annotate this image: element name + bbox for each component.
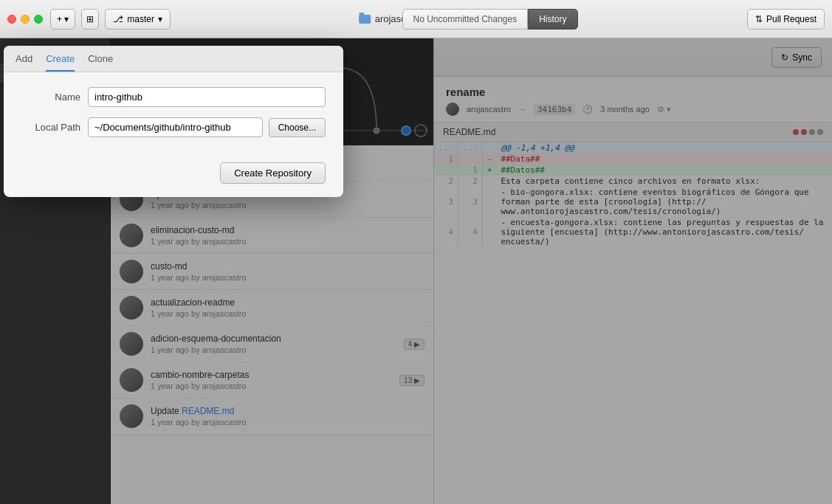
name-row: Name [21, 87, 326, 107]
pull-request-button[interactable]: ⇅ Pull Request [747, 9, 825, 30]
modal-tabs: Add Create Clone [4, 46, 343, 72]
toolbar-right: ⇅ Pull Request [747, 9, 825, 30]
modal-overlay[interactable]: Add Create Clone Name Local Path Choose.… [0, 38, 832, 504]
tab-add[interactable]: Add [16, 53, 32, 72]
history-button[interactable]: History [528, 9, 577, 30]
choose-button[interactable]: Choose... [269, 118, 326, 137]
create-repository-button[interactable]: Create Repository [220, 162, 326, 184]
branch-icon: ⎇ [113, 14, 123, 24]
uncommitted-button[interactable]: No Uncommitted Changes [402, 9, 528, 30]
close-button[interactable] [7, 15, 16, 24]
branch-selector[interactable]: ⎇ master ▾ [105, 9, 171, 30]
path-label: Local Path [21, 122, 80, 133]
create-repo-modal: Add Create Clone Name Local Path Choose.… [4, 46, 343, 197]
path-row: Local Path Choose... [21, 117, 326, 137]
minimize-button[interactable] [21, 15, 30, 24]
branch-view-icon: ⊞ [86, 14, 94, 24]
fullscreen-button[interactable] [34, 15, 43, 24]
folder-icon [359, 15, 371, 24]
titlebar: + ▾ ⊞ ⎇ master ▾ arojascastro/soledades … [0, 0, 832, 38]
branch-view-button[interactable]: ⊞ [81, 9, 99, 30]
name-label: Name [21, 92, 80, 103]
modal-footer: Create Repository [4, 162, 343, 197]
add-button[interactable]: + ▾ [50, 9, 75, 30]
tab-create[interactable]: Create [46, 53, 75, 72]
local-path-input[interactable] [88, 117, 263, 137]
branch-name: master [127, 14, 154, 24]
modal-body: Name Local Path Choose... [4, 72, 343, 162]
toolbar-left: + ▾ ⊞ ⎇ master ▾ [50, 9, 171, 30]
tab-clone[interactable]: Clone [88, 53, 113, 72]
traffic-lights [7, 15, 43, 24]
chevron-down-icon: ▾ [158, 14, 162, 24]
name-input[interactable] [88, 87, 326, 107]
pull-request-icon: ⇅ [755, 14, 763, 24]
